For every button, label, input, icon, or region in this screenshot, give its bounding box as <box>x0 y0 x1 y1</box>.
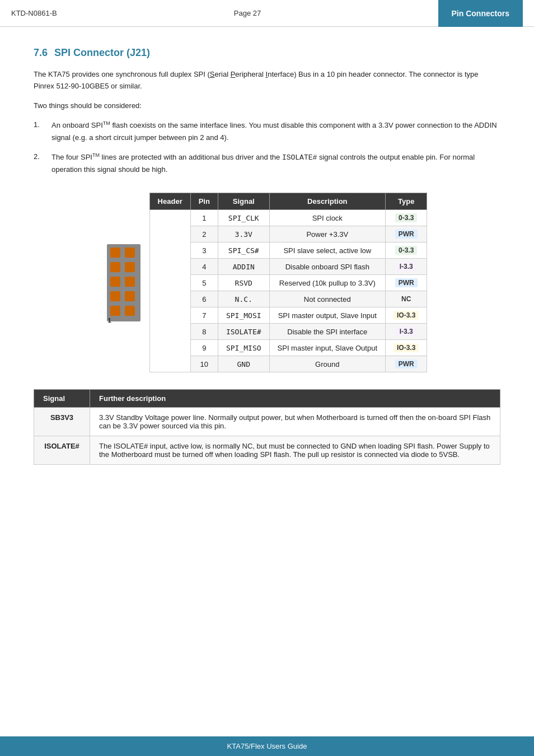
pin-table-section: 1 Header Pin Signal Description Type 1SP… <box>34 193 500 372</box>
pin-number: 1 <box>190 210 218 226</box>
further-col-signal: Signal <box>34 390 90 408</box>
pin-number: 3 <box>190 242 218 259</box>
pin-type: 0-3.3 <box>386 242 427 259</box>
pin-signal: SPI_MOSI <box>218 307 269 324</box>
pin-type: PWR <box>386 226 427 242</box>
col-header-pin: Pin <box>190 193 218 210</box>
table-row: 10GNDGroundPWR <box>149 356 427 372</box>
pin-signal: RSVD <box>218 275 269 291</box>
connector-table-container: 1 Header Pin Signal Description Type 1SP… <box>107 193 428 372</box>
pin-description: Ground <box>269 356 385 372</box>
pin-type: I-3.3 <box>386 259 427 275</box>
pin-signal: N.C. <box>218 291 269 307</box>
pin-number: 5 <box>190 275 218 291</box>
pin-number: 9 <box>190 340 218 356</box>
footer-text: KTA75/Flex Users Guide <box>227 742 307 750</box>
pin-dot <box>125 248 135 258</box>
table-row: 3SPI_CS#SPI slave select, active low0-3.… <box>149 242 427 259</box>
pin-number: 4 <box>190 259 218 275</box>
table-row: 4ADDINDisable onboard SPI flashI-3.3 <box>149 259 427 275</box>
list-text-1: An onboard SPITM flash coexists on the s… <box>51 119 500 143</box>
pin-dot <box>110 262 120 272</box>
peripheral-underline: P <box>231 70 236 78</box>
section-title: SPI Connector (J21) <box>54 47 150 58</box>
pin-signal: GND <box>218 356 269 372</box>
pin-type: IO-3.3 <box>386 307 427 324</box>
pin-signal: 3.3V <box>218 226 269 242</box>
serial-underline: S <box>210 70 215 78</box>
further-description: 3.3V Standby Voltage power line. Normall… <box>90 408 500 436</box>
pin-description: Power +3.3V <box>269 226 385 242</box>
pin-type: NC <box>386 291 427 307</box>
pin-dot <box>110 277 120 287</box>
pin-table: Header Pin Signal Description Type 1SPI_… <box>149 193 428 372</box>
interface-underline: I <box>266 70 268 78</box>
pin-number: 6 <box>190 291 218 307</box>
page-number: Page 27 <box>234 9 261 17</box>
further-col-description: Further description <box>90 390 500 408</box>
pin-description: SPI master output, Slave Input <box>269 307 385 324</box>
pin-type: PWR <box>386 275 427 291</box>
pin-dot <box>125 291 135 301</box>
further-desc-table: Signal Further description SB3V33.3V Sta… <box>34 389 500 465</box>
header-bar: KTD-N0861-B Page 27 Pin Connectors <box>0 0 534 27</box>
pin-number: 10 <box>190 356 218 372</box>
main-content: 7.6SPI Connector (J21) The KTA75 provide… <box>0 27 534 498</box>
col-header-type: Type <box>386 193 427 210</box>
pin-signal: SPI_MISO <box>218 340 269 356</box>
table-row: 6N.C.Not connectedNC <box>149 291 427 307</box>
pin-description: Disable onboard SPI flash <box>269 259 385 275</box>
further-signal: ISOLATE# <box>34 436 90 465</box>
table-row: 8ISOLATE#Disable the SPI interfaceI-3.3 <box>149 324 427 340</box>
header-section-title: Pin Connectors <box>438 0 523 27</box>
pin-description: SPI master input, Slave Output <box>269 340 385 356</box>
table-row: 7SPI_MOSISPI master output, Slave InputI… <box>149 307 427 324</box>
pin-description: Reserved (10k pullup to 3.3V) <box>269 275 385 291</box>
col-header-description: Description <box>269 193 385 210</box>
pin-dot <box>125 262 135 272</box>
pin-type: PWR <box>386 356 427 372</box>
table-row: 9SPI_MISOSPI master input, Slave OutputI… <box>149 340 427 356</box>
pin-dot <box>110 291 120 301</box>
list-text-2: The four SPITM lines are protected with … <box>51 151 500 176</box>
connector-label-1: 1 <box>108 317 111 324</box>
section-number: 7.6 <box>34 47 48 58</box>
further-table-row: SB3V33.3V Standby Voltage power line. No… <box>34 408 500 436</box>
pin-number: 2 <box>190 226 218 242</box>
list-num-1: 1. <box>34 119 51 143</box>
pin-signal: SPI_CS# <box>218 242 269 259</box>
pin-description: Not connected <box>269 291 385 307</box>
pin-description: SPI slave select, active low <box>269 242 385 259</box>
list-num-2: 2. <box>34 151 51 176</box>
pin-description: Disable the SPI interface <box>269 324 385 340</box>
pin-grid <box>107 244 140 321</box>
pin-signal: SPI_CLK <box>218 210 269 226</box>
pin-dot <box>125 277 135 287</box>
intro-para1: The KTA75 provides one synchronous full … <box>34 69 500 92</box>
pin-dot <box>110 306 120 316</box>
pin-description: SPI clock <box>269 210 385 226</box>
considerations-list: 1. An onboard SPITM flash coexists on th… <box>34 119 500 176</box>
list-item-1: 1. An onboard SPITM flash coexists on th… <box>34 119 500 143</box>
col-header-header: Header <box>149 193 190 210</box>
pin-signal: ISOLATE# <box>218 324 269 340</box>
table-row: 23.3VPower +3.3VPWR <box>149 226 427 242</box>
doc-id: KTD-N0861-B <box>11 9 57 17</box>
further-description: The ISOLATE# input, active low, is norma… <box>90 436 500 465</box>
intro-para2: Two things should be considered: <box>34 100 500 112</box>
pin-dot <box>125 306 135 316</box>
table-row: 5RSVDReserved (10k pullup to 3.3V)PWR <box>149 275 427 291</box>
pin-dot <box>110 248 120 258</box>
pin-type: 0-3.3 <box>386 210 427 226</box>
pin-type: I-3.3 <box>386 324 427 340</box>
section-heading: 7.6SPI Connector (J21) <box>34 47 500 59</box>
connector-image: 1 <box>107 244 140 321</box>
col-header-signal: Signal <box>218 193 269 210</box>
table-row: 1SPI_CLKSPI clock0-3.3 <box>149 210 427 226</box>
pin-signal: ADDIN <box>218 259 269 275</box>
pin-type: IO-3.3 <box>386 340 427 356</box>
further-table-row: ISOLATE#The ISOLATE# input, active low, … <box>34 436 500 465</box>
footer-bar: KTA75/Flex Users Guide <box>0 736 534 756</box>
list-item-2: 2. The four SPITM lines are protected wi… <box>34 151 500 176</box>
pin-number: 8 <box>190 324 218 340</box>
